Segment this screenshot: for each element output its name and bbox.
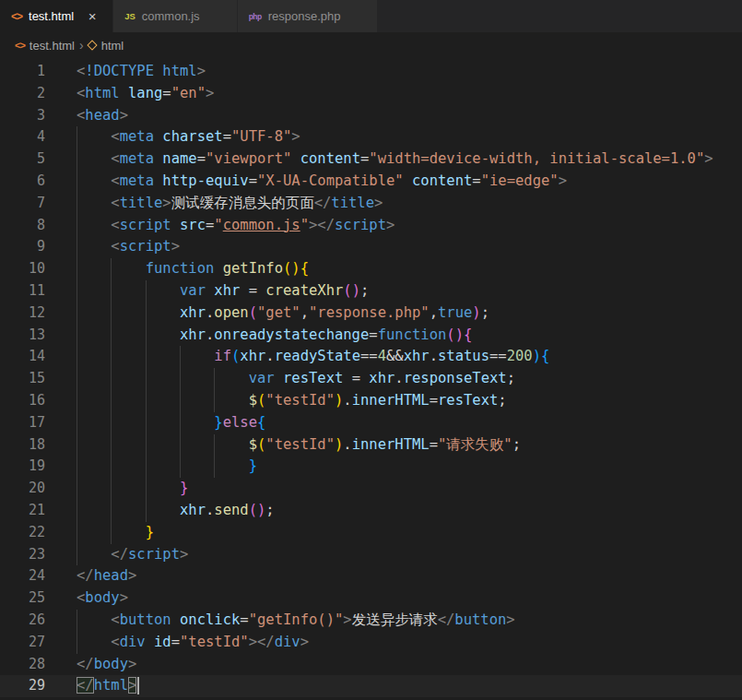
- breadcrumb-item-test.html[interactable]: <>test.html: [15, 39, 75, 53]
- line-number: 29: [0, 675, 77, 697]
- code-token: title: [120, 195, 163, 211]
- code-line-content[interactable]: }else{: [77, 412, 742, 434]
- code-token: =: [197, 150, 206, 167]
- code-token: else: [223, 414, 257, 431]
- code-line-content[interactable]: <script src="common.js"></script>: [77, 215, 742, 237]
- code-line-content[interactable]: }: [77, 478, 742, 500]
- code-line-content[interactable]: </body>: [77, 654, 742, 676]
- code-token: [154, 172, 162, 189]
- tab-common.js[interactable]: JScommon.js: [113, 0, 237, 32]
- code-token: script: [120, 238, 171, 255]
- code-line-content[interactable]: var xhr = createXhr();: [77, 280, 742, 303]
- code-token: =: [472, 172, 480, 189]
- code-line-content[interactable]: </html>: [77, 675, 742, 697]
- breadcrumb-item-html[interactable]: html: [88, 39, 124, 53]
- html-icon: <>: [11, 10, 22, 23]
- code-token: >: [300, 634, 309, 650]
- code-token: }: [180, 480, 188, 496]
- code-line: 12xhr.open("get","response.php",true);: [0, 303, 742, 325]
- code-token: >: [171, 238, 180, 255]
- code-editor[interactable]: 1<!DOCTYPE html>2<html lang="en">3<head>…: [0, 58, 742, 697]
- indent-guides: [77, 346, 214, 368]
- code-token: .: [206, 502, 214, 518]
- code-line-content[interactable]: <!DOCTYPE html>: [77, 61, 742, 83]
- code-line-content[interactable]: <html lang="en">: [77, 83, 742, 105]
- code-line: 18$("testId").innerHTML="请求失败";: [0, 434, 742, 457]
- code-token: {: [300, 260, 309, 277]
- code-token: ;: [498, 392, 506, 409]
- code-token: content: [300, 150, 360, 167]
- code-token: onreadystatechange: [214, 326, 369, 343]
- code-token: >: [506, 611, 514, 628]
- code-line-content[interactable]: if(xhr.readyState==4&&xhr.status==200){: [77, 346, 742, 368]
- line-number: 1: [0, 61, 77, 83]
- code-token: <: [111, 238, 119, 255]
- code-line-content[interactable]: $("testId").innerHTML=resText;: [77, 390, 742, 412]
- code-line-content[interactable]: <body>: [77, 587, 742, 610]
- code-token: (: [249, 502, 257, 518]
- tab-test.html[interactable]: <>test.html×: [0, 0, 113, 32]
- code-line-content[interactable]: </head>: [77, 565, 742, 587]
- code-token: meta: [120, 128, 154, 145]
- indent-guides: [77, 148, 111, 171]
- line-number: 14: [0, 346, 77, 368]
- code-line-content[interactable]: var resText = xhr.responseText;: [77, 368, 742, 390]
- indent-guides: [77, 500, 180, 522]
- code-line-content[interactable]: xhr.onreadystatechange=function(){: [77, 325, 742, 347]
- code-token: [404, 172, 412, 189]
- code-token: ;: [265, 502, 274, 518]
- code-line-content[interactable]: </script>: [77, 544, 742, 566]
- code-line-content[interactable]: xhr.send();: [77, 500, 742, 522]
- html-symbol-icon: [87, 40, 97, 50]
- code-line: 7<title>测试缓存消息头的页面</title>: [0, 193, 742, 215]
- code-line-content[interactable]: $("testId").innerHTML="请求失败";: [77, 434, 742, 457]
- code-line-content[interactable]: <head>: [77, 105, 742, 127]
- line-number: 2: [0, 83, 77, 105]
- code-token: </: [77, 677, 94, 694]
- code-token: innerHTML: [352, 392, 430, 409]
- code-line-content[interactable]: xhr.open("get","response.php",true);: [77, 303, 742, 325]
- code-line: 11var xhr = createXhr();: [0, 280, 742, 303]
- close-icon[interactable]: ×: [83, 7, 101, 26]
- code-token: =: [369, 326, 377, 343]
- code-line: 28</body>: [0, 654, 742, 676]
- code-token: var: [180, 282, 206, 299]
- line-number: 7: [0, 193, 77, 215]
- code-line-content[interactable]: <button onclick="getInfo()">发送异步请求</butt…: [77, 610, 742, 632]
- code-token: =: [249, 172, 257, 189]
- indent-guides: [77, 303, 180, 325]
- code-token: =: [360, 150, 369, 167]
- js-icon: JS: [124, 11, 135, 21]
- code-token: $: [249, 436, 257, 453]
- code-line-content[interactable]: <meta charset="UTF-8">: [77, 126, 742, 148]
- line-number: 18: [0, 434, 77, 457]
- tab-bar: <>test.html×JScommon.jsphpresponse.php: [0, 0, 742, 32]
- code-line-content[interactable]: function getInfo(){: [77, 258, 742, 280]
- code-line: 17}else{: [0, 412, 742, 434]
- code-token: ;: [360, 282, 369, 299]
- code-line-content[interactable]: }: [77, 522, 742, 544]
- code-line-content[interactable]: <title>测试缓存消息头的页面</title>: [77, 193, 742, 215]
- code-token: body: [94, 656, 128, 672]
- code-line-content[interactable]: <meta http-equiv="X-UA-Compatible" conte…: [77, 171, 742, 193]
- code-token: ==: [489, 348, 507, 364]
- breadcrumb-label: html: [101, 39, 124, 53]
- code-line-content[interactable]: <div id="testId"></div>: [77, 632, 742, 654]
- code-line: 25<body>: [0, 587, 742, 610]
- code-token: ): [472, 304, 480, 321]
- code-line-content[interactable]: <script>: [77, 236, 742, 258]
- code-token: $: [249, 392, 257, 409]
- code-token: "请求失败": [438, 436, 512, 453]
- code-token: innerHTML: [352, 436, 430, 453]
- code-line-content[interactable]: <meta name="viewport" content="width=dev…: [77, 148, 742, 171]
- code-token: {: [464, 326, 472, 343]
- code-line-content[interactable]: }: [77, 456, 742, 478]
- code-token: ): [291, 260, 300, 277]
- code-line: 9<script>: [0, 236, 742, 258]
- code-token: function: [378, 326, 447, 343]
- code-token: send: [214, 502, 248, 518]
- code-token: </: [77, 656, 94, 672]
- tab-response.php[interactable]: phpresponse.php: [238, 0, 379, 32]
- code-token: "get": [257, 304, 300, 321]
- code-token: >: [374, 195, 383, 211]
